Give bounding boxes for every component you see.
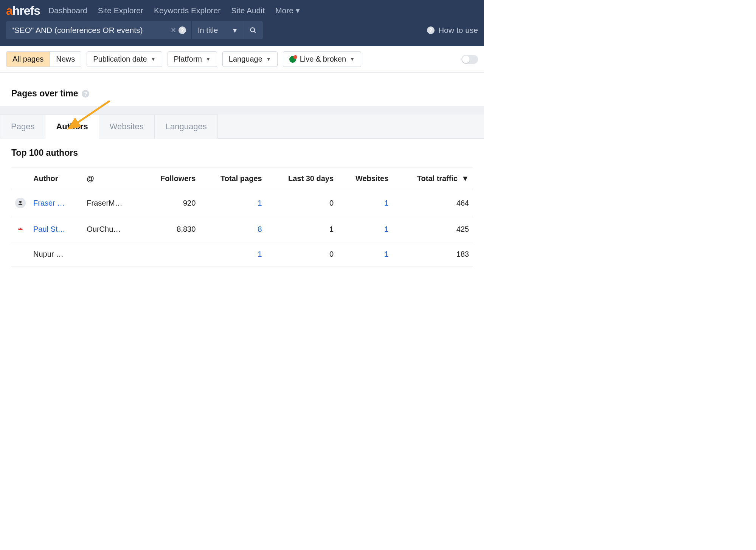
nav-keywords-explorer[interactable]: Keywords Explorer	[154, 6, 220, 15]
help-icon[interactable]: ?	[82, 90, 89, 98]
filter-platform[interactable]: Platform▼	[168, 51, 217, 67]
help-icon: ?	[427, 26, 435, 34]
nav-site-explorer[interactable]: Site Explorer	[98, 6, 143, 15]
chevron-down-icon: ▼	[350, 56, 355, 62]
tab-languages[interactable]: Languages	[155, 115, 218, 139]
cell-traffic: 425	[392, 216, 473, 242]
filter-publication-date-label: Publication date	[93, 55, 147, 64]
cell-total-pages[interactable]: 1	[258, 250, 262, 258]
author-link: Nupur …	[33, 250, 64, 258]
chevron-down-icon: ▼	[266, 56, 271, 62]
chevron-down-icon: ▾	[233, 26, 237, 35]
chevron-down-icon: ▼	[151, 56, 156, 62]
col-handle[interactable]: @	[83, 167, 141, 190]
cell-handle: OurChu…	[83, 216, 141, 242]
cell-followers: 920	[141, 190, 199, 216]
svg-line-1	[254, 31, 256, 33]
avatar	[15, 198, 26, 208]
filter-status-label: Live & broken	[300, 55, 346, 64]
clear-icon[interactable]: ✕	[168, 26, 179, 34]
how-to-use-link[interactable]: ? How to use	[427, 26, 478, 35]
col-last-30[interactable]: Last 30 days	[266, 167, 337, 190]
pages-over-time-title: Pages over time	[11, 88, 78, 99]
tab-all-pages[interactable]: All pages	[6, 52, 50, 67]
nav-more-label: More	[275, 6, 293, 15]
filter-language[interactable]: Language▼	[222, 51, 278, 67]
search-button[interactable]	[243, 21, 263, 39]
table-row: Fraser …FraserM…920101464	[11, 190, 473, 216]
brand-logo[interactable]: ahrefs	[6, 5, 40, 17]
table-row: Nupur …101183	[11, 242, 473, 266]
tab-websites[interactable]: Websites	[99, 115, 155, 139]
nav-more[interactable]: More ▾	[275, 6, 300, 15]
filter-publication-date[interactable]: Publication date▼	[87, 51, 162, 67]
sort-desc-icon: ▼	[461, 174, 469, 183]
cell-followers: 8,830	[141, 216, 199, 242]
cell-handle: FraserM…	[83, 190, 141, 216]
nav-site-audit[interactable]: Site Audit	[231, 6, 265, 15]
search-help-icon[interactable]: ?	[179, 26, 186, 34]
tab-pages[interactable]: Pages	[0, 115, 45, 139]
filter-status[interactable]: Live & broken▼	[283, 51, 361, 67]
tab-news[interactable]: News	[50, 52, 81, 67]
logo-a: a	[6, 4, 12, 17]
search-box[interactable]: ✕ ?	[6, 21, 191, 39]
table-row: Paul St…OurChu…8,830811425	[11, 216, 473, 242]
filter-language-label: Language	[229, 55, 262, 64]
search-scope-label: In title	[198, 26, 218, 35]
table-title: Top 100 authors	[11, 148, 473, 158]
page-scope-tabs: All pages News	[6, 51, 81, 67]
cell-last30: 0	[266, 190, 337, 216]
search-input[interactable]	[11, 26, 168, 35]
author-link[interactable]: Paul St…	[33, 225, 65, 233]
result-tabs: Pages Authors Websites Languages	[0, 115, 484, 139]
top-nav: Dashboard Site Explorer Keywords Explore…	[48, 6, 300, 15]
cell-last30: 1	[266, 216, 337, 242]
col-total-traffic[interactable]: Total traffic▼	[392, 167, 473, 190]
cell-websites[interactable]: 1	[384, 199, 388, 207]
cell-traffic: 183	[392, 242, 473, 266]
cell-websites[interactable]: 1	[384, 250, 388, 258]
search-icon	[249, 26, 257, 34]
logo-rest: hrefs	[12, 4, 40, 17]
col-author[interactable]: Author	[29, 167, 83, 190]
cell-websites[interactable]: 1	[384, 225, 388, 233]
nav-dashboard[interactable]: Dashboard	[48, 6, 87, 15]
avatar	[15, 224, 26, 234]
col-websites[interactable]: Websites	[337, 167, 392, 190]
cell-followers	[141, 242, 199, 266]
cell-last30: 0	[266, 242, 337, 266]
author-link[interactable]: Fraser …	[33, 199, 65, 207]
cell-traffic: 464	[392, 190, 473, 216]
tab-authors[interactable]: Authors	[45, 115, 99, 139]
filter-platform-label: Platform	[174, 55, 202, 64]
view-toggle[interactable]	[461, 55, 478, 64]
col-followers[interactable]: Followers	[141, 167, 199, 190]
filter-bar: All pages News Publication date▼ Platfor…	[0, 46, 484, 73]
cell-total-pages[interactable]: 1	[258, 199, 262, 207]
search-group: ✕ ? In title ▾	[6, 21, 263, 39]
pages-over-time-panel: Pages over time ?	[0, 81, 484, 106]
chevron-down-icon: ▼	[206, 56, 211, 62]
svg-point-0	[251, 28, 255, 32]
col-total-pages[interactable]: Total pages	[199, 167, 265, 190]
how-to-use-label: How to use	[438, 26, 478, 35]
cell-handle	[83, 242, 141, 266]
authors-table: Author @ Followers Total pages Last 30 d…	[11, 167, 473, 266]
status-icon	[289, 56, 296, 63]
search-scope-select[interactable]: In title ▾	[191, 21, 243, 39]
chevron-down-icon: ▾	[296, 6, 300, 15]
cell-total-pages[interactable]: 8	[258, 225, 262, 233]
